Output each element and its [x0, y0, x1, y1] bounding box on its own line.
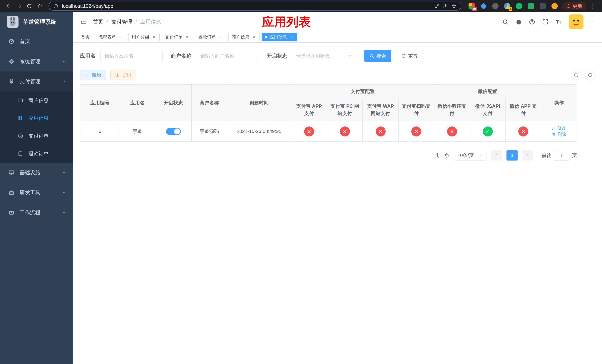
- tab-refund-order[interactable]: 退款订单×: [195, 33, 226, 41]
- tab-close-icon[interactable]: ×: [184, 34, 190, 40]
- status-select[interactable]: 请选择开启状态: [292, 50, 356, 62]
- col-status: 开启状态: [155, 85, 192, 121]
- browser-menu-icon[interactable]: ⋮: [588, 2, 598, 10]
- avatar-caret-icon[interactable]: [590, 20, 594, 24]
- sidebar-item-system[interactable]: 系统管理: [0, 52, 73, 72]
- tab-close-icon[interactable]: ×: [218, 34, 223, 40]
- sidebar-item-payment[interactable]: ¥ 支付管理: [0, 72, 73, 91]
- sidebar-item-dev-tools[interactable]: 研发工具: [0, 182, 73, 203]
- col-wechat-app: 微信 APP 支付: [505, 98, 541, 121]
- delete-link[interactable]: 删除: [552, 131, 566, 137]
- tab-close-icon[interactable]: ×: [289, 34, 294, 40]
- extension-badge: 10: [472, 7, 477, 11]
- col-merchant: 商户名称: [192, 85, 227, 121]
- share-icon[interactable]: [443, 3, 448, 9]
- url-text: localhost:1024/pay/app: [62, 3, 431, 9]
- app-table: 应用编号 应用名 开启状态 商户名称 创建时间 支付宝配置 微信配置 操作 支付…: [80, 85, 577, 142]
- status-toggle[interactable]: [166, 128, 181, 135]
- goto-suffix: 页: [572, 152, 577, 159]
- col-group-wechat: 微信配置: [434, 85, 541, 98]
- col-wechat-mini: 微信小程序支付: [434, 98, 470, 121]
- page-1-button[interactable]: 1: [506, 150, 517, 161]
- sidebar-item-workflow[interactable]: 工作流程: [0, 203, 73, 223]
- tab-home[interactable]: 首页: [78, 33, 93, 41]
- active-tab-dot: [265, 36, 268, 38]
- reload-icon[interactable]: [25, 2, 34, 11]
- back-icon[interactable]: [4, 2, 13, 11]
- col-wechat-jsapi: 微信 JSAPI 支付: [470, 98, 505, 121]
- chevron-down-icon: [347, 53, 352, 58]
- wechat-app-status-icon: [518, 127, 528, 137]
- browser-chrome: localhost:1024/pay/app 10 1 更新 ⋮: [0, 0, 602, 12]
- app-title: 芋道管理系统: [23, 18, 56, 26]
- sidebar-item-refund-order[interactable]: 退款订单: [0, 145, 73, 162]
- extensions-puzzle-icon[interactable]: [539, 2, 547, 10]
- add-button[interactable]: 新增: [80, 70, 106, 80]
- sidebar-item-app-info[interactable]: 应用信息: [0, 109, 73, 127]
- search-button[interactable]: 搜索: [364, 50, 391, 62]
- profile-avatar[interactable]: [551, 2, 558, 10]
- goto-page-input[interactable]: [554, 150, 570, 161]
- app-id-cell: 6: [80, 121, 120, 142]
- github-icon[interactable]: [515, 19, 522, 25]
- tab-process-form[interactable]: 流程表单×: [95, 33, 126, 41]
- reset-button[interactable]: 重置: [396, 50, 423, 62]
- app-name-input[interactable]: [100, 50, 162, 62]
- sidebar-item-home[interactable]: 首页: [0, 32, 73, 52]
- collapse-sidebar-icon[interactable]: [80, 18, 87, 25]
- prev-page-button[interactable]: [491, 150, 502, 161]
- export-button[interactable]: 导出: [110, 70, 136, 80]
- chevron-down-icon: [479, 153, 483, 158]
- extension-icon-2[interactable]: [480, 2, 487, 10]
- tab-pay-order[interactable]: 支付订单×: [162, 33, 193, 41]
- forward-icon[interactable]: [14, 2, 23, 11]
- extension-icon-6[interactable]: [527, 2, 535, 10]
- next-page-button[interactable]: [522, 150, 533, 161]
- app-name-label: 应用名: [80, 52, 96, 59]
- search-icon[interactable]: [502, 19, 509, 25]
- update-label: 更新: [573, 3, 582, 10]
- sidebar-item-pay-order[interactable]: 支付订单: [0, 127, 73, 145]
- update-button[interactable]: 更新: [562, 2, 586, 10]
- yen-icon: ¥: [8, 78, 15, 85]
- toggle-search-button[interactable]: [571, 70, 581, 80]
- edit-link[interactable]: 修改: [552, 125, 566, 131]
- page-title: 应用列表: [262, 14, 311, 30]
- extension-icon-3[interactable]: [492, 2, 499, 10]
- fullscreen-icon[interactable]: [542, 19, 549, 25]
- tab-close-icon[interactable]: ×: [151, 34, 156, 40]
- tab-close-icon[interactable]: ×: [118, 34, 123, 40]
- top-header: 首页 / 支付管理 / 应用信息 应用列表: [73, 12, 602, 32]
- breadcrumb-payment[interactable]: 支付管理: [111, 18, 132, 25]
- breadcrumb-current: 应用信息: [140, 18, 161, 25]
- dashboard-icon: [8, 39, 15, 44]
- sidebar-item-merchant-info[interactable]: 商户信息: [0, 91, 73, 109]
- password-key-icon[interactable]: [434, 3, 440, 9]
- goto-label: 前往: [542, 152, 551, 159]
- page-size-select[interactable]: 10条/页: [454, 150, 486, 161]
- extension-icon-5[interactable]: [515, 2, 523, 10]
- tab-merchant-info[interactable]: 商户信息×: [228, 33, 259, 41]
- site-info-icon[interactable]: [53, 3, 58, 9]
- tab-close-icon[interactable]: ×: [251, 34, 256, 40]
- font-size-icon[interactable]: [555, 19, 562, 25]
- chevron-down-icon: [62, 59, 66, 64]
- extension-icon-4[interactable]: 1: [504, 2, 511, 10]
- alipay-pc-status-icon: [340, 127, 350, 137]
- logo-image: [7, 16, 19, 28]
- user-avatar[interactable]: [569, 14, 583, 29]
- document-icon: [17, 151, 24, 156]
- tab-user-group[interactable]: 用户分组×: [129, 33, 160, 41]
- refresh-table-button[interactable]: [585, 70, 595, 80]
- sidebar-item-infrastructure[interactable]: 基础设施: [0, 162, 73, 182]
- bookmark-star-icon[interactable]: [451, 3, 456, 9]
- help-icon[interactable]: [529, 19, 535, 25]
- tab-app-info[interactable]: 应用信息×: [262, 33, 297, 41]
- merchant-cell: 芋道源码: [192, 121, 227, 142]
- breadcrumb-home[interactable]: 首页: [93, 18, 103, 25]
- extension-icon-1[interactable]: 10: [468, 2, 475, 10]
- merchant-name-input[interactable]: [196, 50, 258, 62]
- url-bar[interactable]: localhost:1024/pay/app: [49, 2, 461, 11]
- home-icon[interactable]: [35, 2, 44, 11]
- chevron-down-icon: [62, 190, 66, 195]
